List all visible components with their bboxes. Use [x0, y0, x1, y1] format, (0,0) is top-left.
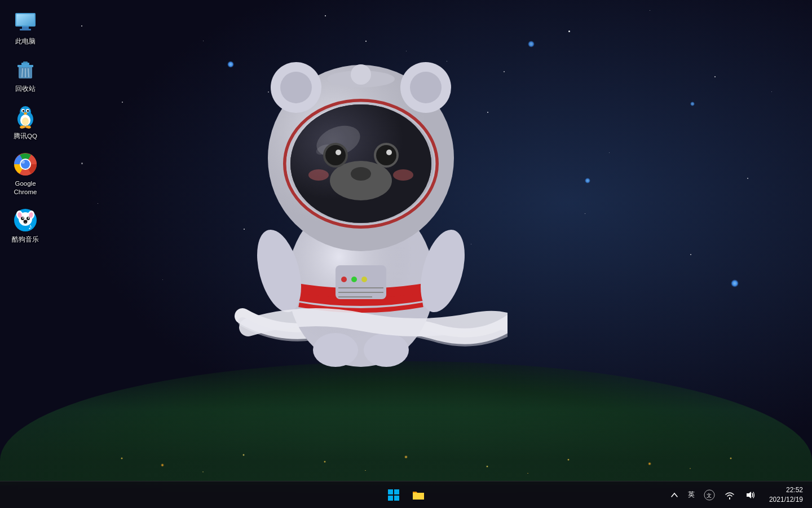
svg-point-22: [312, 120, 364, 162]
svg-point-37: [351, 64, 371, 85]
svg-rect-80: [394, 496, 399, 501]
svg-point-27: [351, 167, 371, 181]
svg-rect-79: [388, 496, 393, 501]
svg-point-33: [386, 150, 392, 155]
svg-point-57: [24, 112, 27, 115]
svg-point-36: [327, 71, 395, 87]
chrome-icon: [12, 151, 38, 177]
svg-point-64: [21, 160, 25, 164]
desktop-icon-qq[interactable]: 腾讯QQ: [3, 100, 48, 144]
svg-rect-41: [22, 27, 29, 29]
svg-point-23: [315, 142, 334, 156]
svg-point-32: [376, 145, 396, 165]
svg-point-19: [410, 72, 442, 103]
svg-rect-46: [23, 62, 28, 63]
city-lights: [0, 418, 812, 485]
svg-point-74: [28, 217, 29, 218]
svg-point-58: [22, 117, 29, 125]
svg-rect-13: [341, 181, 381, 198]
svg-rect-77: [388, 489, 393, 494]
language-indicator[interactable]: 英: [686, 489, 697, 501]
svg-point-5: [361, 277, 367, 282]
svg-point-24: [285, 100, 437, 227]
svg-point-3: [341, 277, 347, 282]
svg-point-29: [325, 145, 346, 165]
show-hidden-icons-button[interactable]: [668, 485, 681, 505]
start-button[interactable]: [382, 484, 405, 506]
file-explorer-button[interactable]: [407, 484, 430, 506]
recycle-icon: [12, 56, 38, 82]
svg-point-31: [374, 143, 399, 168]
desktop-icon-qqmusic[interactable]: ♪ 酷狗音乐: [3, 204, 48, 247]
svg-point-34: [308, 169, 329, 181]
clock-time: 22:52: [786, 485, 803, 495]
svg-rect-2: [336, 265, 386, 299]
svg-rect-44: [17, 65, 33, 67]
network-icon[interactable]: [722, 485, 738, 505]
svg-point-18: [400, 62, 451, 113]
taskbar-right: 英 文: [668, 484, 807, 506]
svg-point-25: [287, 103, 435, 225]
qq-icon: [12, 104, 38, 130]
svg-text:文: 文: [707, 493, 712, 498]
svg-point-14: [268, 65, 454, 251]
desktop: 此电脑 回收站: [0, 0, 812, 508]
svg-point-1: [288, 198, 434, 367]
svg-point-15: [268, 65, 454, 251]
svg-point-20: [290, 104, 431, 223]
clock-date: 2021/12/19: [769, 495, 803, 505]
desktop-icon-recycle[interactable]: 回收站: [3, 53, 48, 97]
svg-point-9: [249, 225, 309, 317]
astronaut-bear: [214, 45, 508, 395]
recycle-icon-label: 回收站: [15, 85, 36, 93]
svg-line-49: [28, 68, 29, 77]
svg-marker-83: [747, 492, 751, 498]
system-clock[interactable]: 22:52 2021/12/19: [762, 484, 807, 506]
svg-point-30: [336, 150, 341, 155]
svg-point-55: [23, 110, 25, 112]
svg-point-21: [290, 104, 431, 223]
svg-point-4: [351, 277, 357, 282]
input-method-icon[interactable]: 文: [701, 485, 717, 505]
svg-point-56: [27, 110, 29, 112]
svg-line-47: [22, 68, 23, 77]
svg-point-73: [23, 217, 24, 218]
qqmusic-icon: ♪: [12, 207, 38, 233]
computer-icon-label: 此电脑: [15, 37, 36, 46]
earth-background: [0, 361, 812, 485]
desktop-icon-chrome[interactable]: Google Chrome: [3, 148, 48, 200]
chrome-icon-label: Google Chrome: [6, 179, 45, 196]
volume-icon[interactable]: [742, 485, 758, 505]
desktop-icons-area: 此电脑 回收站: [0, 0, 51, 485]
qq-icon-label: 腾讯QQ: [14, 132, 37, 141]
svg-point-0: [288, 198, 434, 367]
svg-point-17: [280, 72, 312, 103]
svg-rect-78: [394, 489, 399, 494]
svg-point-28: [323, 143, 348, 168]
taskbar: 英 文: [0, 481, 812, 508]
taskbar-center: [382, 484, 430, 506]
svg-point-16: [271, 62, 321, 113]
svg-rect-40: [16, 14, 34, 25]
qqmusic-icon-label: 酷狗音乐: [12, 235, 39, 244]
svg-text:♪: ♪: [28, 222, 32, 231]
svg-point-26: [330, 161, 392, 200]
desktop-icon-computer[interactable]: 此电脑: [3, 6, 48, 49]
svg-point-35: [393, 169, 413, 181]
svg-point-10: [413, 225, 473, 317]
computer-icon: [12, 9, 38, 35]
svg-rect-42: [20, 29, 31, 30]
